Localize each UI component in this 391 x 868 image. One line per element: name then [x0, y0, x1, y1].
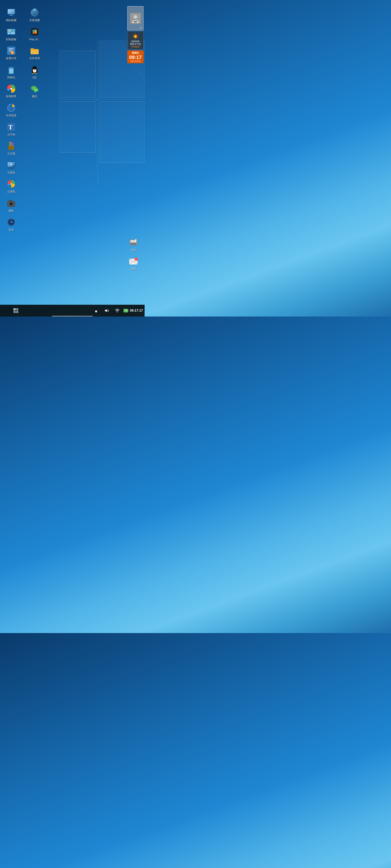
- svg-rect-58: [9, 167, 13, 168]
- setup-wizard-icon[interactable]: 设置向导: [1, 44, 21, 61]
- task-switcher-button[interactable]: [11, 306, 20, 315]
- phone-icon[interactable]: 电话: [123, 236, 144, 253]
- message-svg: !: [129, 256, 138, 266]
- svg-rect-134: [13, 308, 16, 310]
- svg-point-106: [34, 88, 35, 88]
- start-button[interactable]: [2, 306, 10, 315]
- apps-icon[interactable]: 应用程序: [1, 82, 21, 99]
- cloud-theme-icon[interactable]: 云主题: [1, 140, 21, 156]
- svg-rect-137: [16, 311, 18, 313]
- ie-svg: e: [6, 103, 16, 113]
- svg-rect-59: [8, 168, 14, 168]
- svg-rect-32: [10, 67, 12, 68]
- svg-rect-13: [9, 15, 13, 16]
- svg-point-70: [9, 202, 9, 202]
- svg-point-112: [131, 243, 132, 244]
- taskbar-left: [2, 306, 20, 315]
- file-manager-icon[interactable]: 文件管理: [24, 44, 45, 61]
- music-icon[interactable]: ♪ ♫ 音乐: [1, 216, 21, 233]
- svg-point-62: [10, 183, 12, 185]
- svg-point-69: [11, 203, 12, 204]
- weather-icon: [132, 33, 139, 40]
- svg-rect-118: [135, 239, 136, 242]
- taskbar-qq-svg: [93, 308, 99, 313]
- cloud-system-icon[interactable]: 云系统: [1, 177, 21, 194]
- taskbar-wifi-button[interactable]: [113, 306, 122, 315]
- taskbar: 70 09:17:17: [0, 305, 145, 316]
- taskbar-volume-button[interactable]: [102, 306, 111, 315]
- svg-line-133: [133, 38, 134, 38]
- svg-marker-2: [59, 51, 96, 98]
- svg-rect-18: [11, 32, 15, 34]
- widget-area: ↖: [127, 6, 144, 63]
- svg-rect-136: [13, 311, 16, 313]
- svg-point-115: [131, 244, 132, 245]
- taskbar-qq-icon[interactable]: [92, 306, 101, 315]
- baidu-map-svg: [30, 8, 39, 18]
- setup-svg: [6, 46, 16, 56]
- baidu-map-icon[interactable]: 百度地图: [24, 6, 45, 23]
- svg-rect-46: [8, 146, 14, 150]
- svg-text:!: !: [136, 258, 136, 260]
- svg-rect-65: [9, 200, 11, 202]
- svg-rect-49: [9, 142, 10, 143]
- svg-marker-146: [105, 309, 107, 312]
- svg-point-108: [36, 90, 37, 90]
- svg-rect-51: [10, 142, 11, 143]
- system-svg: [6, 179, 16, 189]
- task-switcher-icon: [13, 308, 19, 313]
- phone-svg: [129, 238, 138, 247]
- svg-rect-55: [13, 142, 13, 143]
- datetime-weekday: 星期五: [132, 51, 139, 55]
- qq-icon[interactable]: QQ: [24, 63, 45, 80]
- control-panel-icon[interactable]: 控制面板: [1, 25, 21, 42]
- volume-icon: [104, 308, 109, 313]
- svg-rect-84: [31, 9, 38, 16]
- control-panel-svg: [6, 27, 16, 37]
- qq-svg: [30, 65, 39, 75]
- left-icon-column: 我的电脑 控制面板: [1, 6, 21, 232]
- svg-text:e: e: [12, 105, 13, 107]
- datetime-widget[interactable]: 星期五 09:17 2021/12/10: [127, 51, 144, 63]
- weather-title: 获取天气失: [130, 42, 141, 45]
- datetime-time: 09:17: [129, 55, 142, 60]
- datetime-date: 2021/12/10: [130, 60, 141, 62]
- theme-svg: [6, 141, 16, 151]
- play-store-icon[interactable]: Play St...: [24, 25, 45, 42]
- ie-browser-icon[interactable]: e IE浏览器: [1, 101, 21, 118]
- svg-marker-3: [59, 102, 96, 153]
- notification-badge[interactable]: 70: [123, 309, 128, 312]
- svg-point-107: [35, 90, 36, 90]
- svg-rect-12: [10, 14, 12, 15]
- message-icon[interactable]: ! 信息: [123, 255, 144, 272]
- folder-svg: [30, 46, 39, 56]
- weather-icon-svg: [132, 33, 139, 40]
- wallpaper-svg: [6, 160, 16, 170]
- cloud-font-icon[interactable]: T 云字体: [1, 120, 21, 137]
- wechat-icon[interactable]: 微信: [24, 82, 45, 99]
- svg-line-131: [137, 38, 137, 38]
- weather-config: 请先配置: [131, 45, 139, 48]
- svg-point-117: [135, 244, 135, 245]
- camera-icon[interactable]: 相机: [1, 196, 21, 214]
- svg-text:T: T: [8, 123, 12, 131]
- svg-point-105: [33, 88, 33, 88]
- right-icon-column: 电话 ! 信息: [123, 236, 144, 272]
- svg-rect-53: [11, 143, 12, 143]
- recycle-bin-icon[interactable]: 回收站: [1, 63, 21, 80]
- camera-svg: [6, 198, 16, 208]
- cloud-wallpaper-icon[interactable]: 云壁纸: [1, 158, 21, 176]
- svg-point-36: [10, 88, 12, 90]
- wechat-svg: [30, 84, 39, 94]
- svg-point-19: [8, 30, 9, 31]
- weather-widget[interactable]: 获取天气失 请先配置: [127, 31, 144, 50]
- svg-point-144: [96, 311, 96, 312]
- svg-point-147: [117, 311, 118, 312]
- svg-rect-11: [8, 9, 15, 14]
- play-store-svg: [30, 27, 39, 37]
- apps-svg: [6, 84, 16, 94]
- svg-point-123: [134, 15, 137, 19]
- cursor-overlay: ↖: [140, 26, 143, 31]
- my-computer-icon[interactable]: 我的电脑: [1, 6, 21, 23]
- user-widget[interactable]: ↖: [127, 6, 144, 31]
